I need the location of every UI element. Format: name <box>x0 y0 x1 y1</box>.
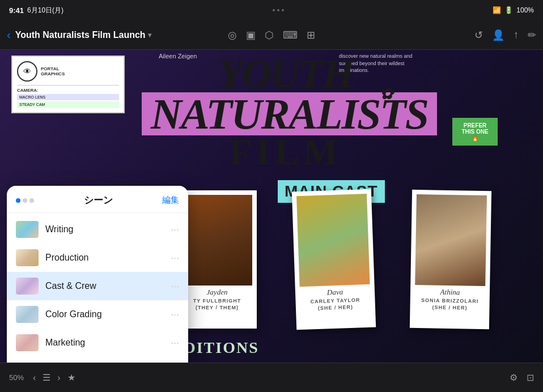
polaroid-img-1 <box>182 195 252 286</box>
status-bar-left: 9:41 6月10日(月) <box>9 6 63 15</box>
status-time: 9:41 <box>9 6 24 15</box>
bottom-nav: ‹ ☰ › ★ <box>33 372 75 383</box>
sidebar-thumb-marketing <box>16 334 39 351</box>
title-chevron: ▾ <box>148 31 151 39</box>
battery-icon: 🔋 <box>504 6 513 14</box>
toolbar-left: ‹ Youth Naturalists Film Launch ▾ <box>7 28 228 41</box>
battery-label: 100% <box>516 6 534 14</box>
tool-icon-3[interactable]: ⬡ <box>265 29 274 41</box>
sidebar-thumb-cast <box>16 278 39 295</box>
undo-icon[interactable]: ↺ <box>474 29 483 41</box>
portal-text: PORTALGRAPHICS <box>41 66 65 76</box>
polaroid-1: Jayden TY FULLBRIGHT (THEY / THEM) <box>177 190 257 329</box>
polaroid-caption-1: TY FULLBRIGHT <box>182 298 252 304</box>
polaroid-img-2 <box>296 194 370 287</box>
sidebar-header: シーン 編集 <box>7 186 188 213</box>
wifi-icon: 📶 <box>493 6 501 14</box>
edit-icon[interactable]: ✏ <box>528 29 536 41</box>
film-title-nat: NATURALISTS ✿ <box>142 92 437 135</box>
sidebar-label-cast-crew: Cast & Crew <box>45 281 171 291</box>
zoom-level: 50% <box>9 373 24 382</box>
polaroid-caption-3: SONIA BRIZZOLARI <box>415 297 485 304</box>
accessibility-icon[interactable]: ⚙ <box>510 372 517 383</box>
nav-prev-button[interactable]: ‹ <box>33 373 36 383</box>
polaroid-img-3 <box>415 194 487 286</box>
sidebar-more-writing[interactable]: ··· <box>171 224 179 236</box>
sidebar-thumb-writing <box>16 221 39 238</box>
sidebar-label-color-grading: Color Grading <box>45 309 171 319</box>
dot2 <box>277 9 279 11</box>
sidebar-dot-2 <box>23 198 27 203</box>
polaroid-pronouns-3: (SHE / HER) <box>414 304 485 311</box>
camera-label: CAMERA: <box>17 85 119 93</box>
nav-next-button[interactable]: › <box>57 373 60 383</box>
tool-icon-5[interactable]: ⊞ <box>307 29 315 41</box>
sidebar-label-marketing: Marketing <box>45 338 171 348</box>
canvas-area: Aileen Zeigen discover new natural realm… <box>0 50 543 363</box>
polaroid-name-script-2: Dava <box>300 287 370 298</box>
scene-sidebar: シーン 編集 Writing ··· Production ··· Cast &… <box>7 186 188 363</box>
film-title-film: FILM <box>142 135 430 170</box>
share-icon[interactable]: ↑ <box>514 29 519 41</box>
polaroid-name-script-1: Jayden <box>182 288 252 297</box>
steady-cam: STEADY CAM <box>17 101 119 108</box>
sidebar-item-color-grading[interactable]: Color Grading ··· <box>7 300 188 329</box>
camera-card: 👁 PORTALGRAPHICS CAMERA: MACRO LENS STEA… <box>11 56 125 113</box>
sidebar-dots <box>16 198 34 203</box>
film-title: YOUTH NATURALISTS ✿ FILM <box>142 56 430 170</box>
macro-lens: MACRO LENS <box>17 94 119 100</box>
toolbar-right-icons: ↺ 👤 ↑ ✏ <box>315 29 536 41</box>
sidebar-more-cast-crew[interactable]: ··· <box>171 280 179 292</box>
sidebar-item-writing[interactable]: Writing ··· <box>7 215 188 244</box>
sidebar-label-writing: Writing <box>45 224 171 235</box>
sidebar-thumb-color <box>16 306 39 323</box>
sidebar-edit-button[interactable]: 編集 <box>162 195 179 206</box>
toolbar-center-icons: ◎ ▣ ⬡ ⌨ ⊞ <box>228 29 315 41</box>
sidebar-title: シーン <box>84 194 113 207</box>
sidebar-list: Writing ··· Production ··· Cast & Crew ·… <box>7 213 188 359</box>
polaroid-pronouns-1: (THEY / THEM) <box>182 305 252 310</box>
camera-card-icon: 👁 <box>17 61 37 82</box>
dot1 <box>273 9 275 11</box>
flower-deco: ✿ <box>380 87 392 102</box>
polaroid-pronouns-2: (SHE / HER) <box>300 304 371 312</box>
document-title[interactable]: Youth Naturalists Film Launch ▾ <box>15 30 151 40</box>
back-button[interactable]: ‹ <box>7 28 11 41</box>
layout-icon[interactable]: ⊡ <box>527 372 534 383</box>
ditions-text: DITIONS <box>184 339 258 356</box>
main-toolbar: ‹ Youth Naturalists Film Launch ▾ ◎ ▣ ⬡ … <box>0 20 543 50</box>
title-text: Youth Naturalists Film Launch <box>15 30 146 40</box>
status-date: 6月10日(月) <box>27 6 63 15</box>
bottom-toolbar: 50% ‹ ☰ › ★ ⚙ ⊡ <box>0 363 543 392</box>
sidebar-item-marketing[interactable]: Marketing ··· <box>7 329 188 357</box>
sidebar-item-production[interactable]: Production ··· <box>7 244 188 272</box>
sticky-note: PREFER THIS ONE 🔥 <box>452 118 498 146</box>
sidebar-item-cast-crew[interactable]: Cast & Crew ··· <box>7 272 188 300</box>
sidebar-label-production: Production <box>45 253 171 263</box>
tool-icon-1[interactable]: ◎ <box>228 29 237 41</box>
sidebar-more-production[interactable]: ··· <box>171 252 179 264</box>
status-bar-right: 📶 🔋 100% <box>493 6 534 14</box>
sidebar-dot-1 <box>16 198 20 203</box>
status-bar: 9:41 6月10日(月) 📶 🔋 100% <box>0 0 543 20</box>
nav-star-button[interactable]: ★ <box>67 372 75 383</box>
status-bar-center <box>273 9 284 11</box>
dot3 <box>282 9 284 11</box>
bottom-right-icons: ⚙ ⊡ <box>510 372 534 383</box>
polaroid-name-script-3: Athina <box>415 287 485 297</box>
sidebar-dot-3 <box>29 198 34 203</box>
sidebar-thumb-production <box>16 249 39 266</box>
polaroid-2: Dava CARLEY TAYLOR (SHE / HER) <box>292 189 376 330</box>
sticky-note-text: PREFER THIS ONE 🔥 <box>461 122 488 141</box>
tool-icon-4[interactable]: ⌨ <box>283 29 298 41</box>
nav-list-button[interactable]: ☰ <box>43 372 50 383</box>
polaroid-3: Athina SONIA BRIZZOLARI (SHE / HER) <box>410 190 491 329</box>
sidebar-more-marketing[interactable]: ··· <box>171 337 179 349</box>
user-icon[interactable]: 👤 <box>492 29 504 41</box>
polaroids-container: Jayden TY FULLBRIGHT (THEY / THEM) Dava … <box>159 190 509 329</box>
tool-icon-2[interactable]: ▣ <box>246 29 256 41</box>
sidebar-more-color-grading[interactable]: ··· <box>171 309 179 321</box>
